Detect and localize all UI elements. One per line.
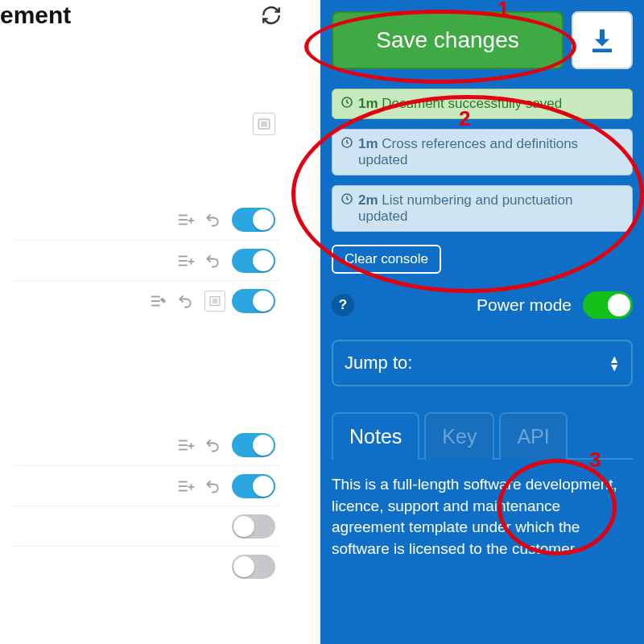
download-icon	[588, 26, 617, 55]
tabs: Notes Key API	[332, 411, 633, 460]
clause-row	[14, 465, 280, 506]
undo-icon[interactable]	[204, 437, 225, 453]
add-lines-icon[interactable]	[177, 213, 198, 227]
clause-toggle[interactable]	[232, 474, 275, 498]
undo-icon[interactable]	[204, 212, 225, 228]
message-text: 2m List numbering and punctuation update…	[358, 192, 624, 225]
save-row: Save changes	[332, 11, 633, 69]
console-message-info: 1m Cross references and definitions upda…	[332, 129, 633, 175]
undo-icon[interactable]	[204, 478, 225, 494]
clause-controls-group-2	[14, 425, 280, 586]
power-mode-toggle[interactable]	[583, 291, 633, 319]
power-mode-label: Power mode	[477, 295, 572, 315]
editor-column: ement	[0, 0, 290, 644]
clause-row	[14, 280, 280, 320]
message-text: 1m Cross references and definitions upda…	[358, 136, 624, 168]
clock-icon	[341, 136, 353, 149]
add-lines-icon[interactable]	[177, 438, 198, 452]
message-text: 1m Document successfully saved	[358, 96, 562, 112]
clock-icon	[341, 192, 353, 205]
clear-console-button[interactable]: Clear console	[332, 245, 441, 274]
list-style-button[interactable]	[204, 291, 225, 312]
svg-rect-31	[592, 49, 612, 53]
clock-icon	[341, 96, 353, 109]
clause-toggle[interactable]	[232, 555, 275, 579]
tab-api[interactable]: API	[499, 412, 567, 460]
clause-row	[14, 546, 280, 586]
refresh-icon[interactable]	[261, 5, 282, 26]
jump-to-select[interactable]: Jump to: ▲▼	[332, 340, 633, 386]
clause-toggle[interactable]	[232, 433, 275, 457]
console-message-success: 1m Document successfully saved	[332, 89, 633, 119]
clause-controls-group-1	[14, 200, 280, 320]
power-mode-row: ? Power mode	[332, 291, 633, 319]
undo-icon[interactable]	[204, 253, 225, 269]
undo-icon[interactable]	[177, 293, 198, 309]
console-message-info: 2m List numbering and punctuation update…	[332, 185, 633, 232]
jump-to-label: Jump to:	[345, 353, 412, 374]
clause-toggle[interactable]	[232, 289, 275, 313]
editor-header: ement	[0, 0, 290, 29]
save-button[interactable]: Save changes	[332, 11, 564, 69]
clause-row	[14, 425, 280, 465]
list-style-button[interactable]	[253, 113, 275, 135]
add-lines-icon[interactable]	[177, 479, 198, 493]
side-panel: Save changes 1m Document successfully sa…	[320, 0, 644, 644]
clause-toggle[interactable]	[232, 208, 275, 232]
add-lines-icon[interactable]	[177, 254, 198, 268]
notes-body: This is a full-length software developme…	[332, 460, 633, 559]
download-button[interactable]	[572, 11, 633, 69]
clause-row	[14, 200, 280, 240]
clause-row	[14, 240, 280, 280]
clause-toggle[interactable]	[232, 249, 275, 273]
clause-row	[14, 506, 280, 546]
clause-toggle[interactable]	[232, 514, 275, 539]
tab-key[interactable]: Key	[424, 412, 494, 460]
tab-notes[interactable]: Notes	[332, 412, 419, 460]
page-title: ement	[0, 2, 71, 29]
select-chevron-icon: ▲▼	[609, 356, 620, 370]
help-icon[interactable]: ?	[332, 294, 354, 316]
edit-lines-icon[interactable]	[150, 294, 171, 308]
